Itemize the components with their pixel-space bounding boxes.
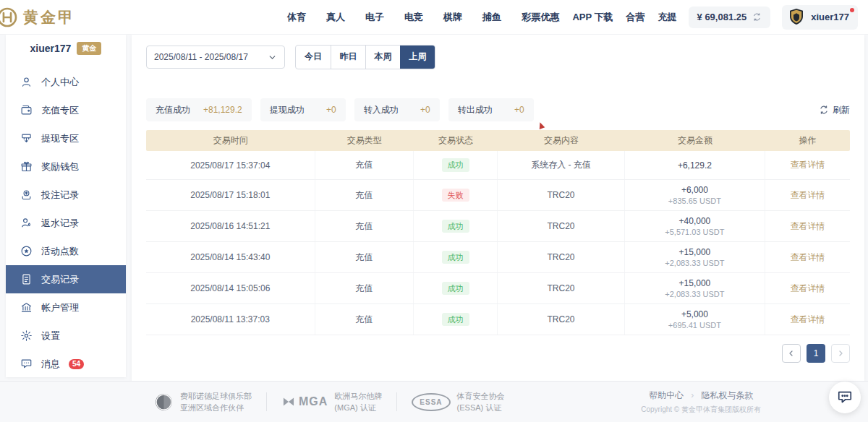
cell-time: 2025/08/14 15:05:06 — [146, 273, 315, 303]
sidebar-item-deposit-zone[interactable]: 充值专区 — [6, 96, 126, 124]
cell-type: 充值 — [315, 242, 414, 272]
column-header: 交易内容 — [498, 134, 624, 147]
cell-action: 查看详情 — [765, 273, 850, 303]
nav-item-fishing[interactable]: 捕鱼 — [482, 11, 501, 24]
sidebar: xiuer177 黄金 个人中心充值专区提现专区奖励钱包投注记录返水记录活动点数… — [6, 35, 126, 377]
nav-item-slots[interactable]: 电子 — [365, 11, 384, 24]
next-page-button[interactable] — [831, 344, 850, 363]
nav-item-card-games[interactable]: 棋牌 — [443, 11, 462, 24]
sidebar-item-label: 奖励钱包 — [41, 160, 79, 173]
stat-value: +81,129.2 — [203, 105, 242, 115]
sidebar-item-account-management[interactable]: 帐户管理 — [6, 293, 126, 322]
star-icon — [20, 245, 33, 257]
stat-label: 充值成功 — [156, 104, 190, 116]
sidebar-item-withdraw-zone[interactable]: 提现专区 — [6, 124, 126, 152]
view-details-link[interactable]: 查看详情 — [791, 314, 825, 326]
column-header: 交易时间 — [146, 134, 315, 147]
nav-item-esports[interactable]: 电竞 — [404, 11, 423, 24]
period-tabs: 今日昨日本周上周 — [295, 45, 435, 69]
amount-usdt: +835.65 USDT — [668, 197, 721, 205]
mga-logo-text: MGA — [299, 393, 328, 410]
document-icon — [20, 273, 33, 285]
amount-value: +15,000 — [679, 278, 711, 288]
cert-line1: 体育安全协会 — [457, 390, 505, 402]
cell-type: 充值 — [315, 211, 414, 241]
cert-mga: MGA欧洲马尔他牌(MGA) 认证 — [281, 390, 382, 414]
cert-essa: ESSA体育安全协会(ESSA) 认证 — [412, 390, 504, 414]
tab-last-week[interactable]: 上周 — [400, 46, 435, 69]
chevron-right-icon — [836, 349, 845, 358]
date-range-picker[interactable]: 2025/08/11 - 2025/08/17 — [146, 46, 285, 69]
filter-row: 2025/08/11 - 2025/08/17 今日昨日本周上周 — [146, 45, 850, 69]
withdraw-icon — [20, 132, 33, 145]
sidebar-item-settings[interactable]: 设置 — [6, 322, 126, 350]
cell-action: 查看详情 — [765, 151, 850, 179]
footer-right: 帮助中心›隐私权与条款 Copyright © 黄金甲体育集团版权所有 — [641, 389, 761, 415]
nav-item-live-casino[interactable]: 真人 — [326, 11, 345, 24]
cell-time: 2025/08/16 14:51:21 — [146, 211, 315, 241]
nav-item-lottery[interactable]: 彩票 — [522, 11, 540, 24]
refresh-button[interactable]: 刷新 — [819, 104, 850, 116]
user-menu[interactable]: xiuer177 — [782, 5, 858, 30]
quick-link-app-download[interactable]: APP 下载 — [572, 11, 613, 24]
stat-withdraw-success: 提现成功+0 — [260, 98, 346, 121]
cell-content: TRC20 — [498, 180, 624, 210]
table-row: 2025/08/14 15:05:06充值成功TRC20+15,000+2,08… — [146, 273, 850, 304]
cert-line2: 亚洲区域合作伙伴 — [180, 402, 252, 414]
tab-yesterday[interactable]: 昨日 — [331, 46, 365, 69]
sidebar-item-label: 提现专区 — [41, 132, 79, 145]
cert-line1: 欧洲马尔他牌 — [334, 390, 382, 402]
current-page-button[interactable]: 1 — [807, 344, 825, 363]
divider — [396, 392, 397, 411]
tab-this-week[interactable]: 本周 — [365, 46, 400, 69]
customer-service-button[interactable] — [829, 382, 861, 413]
cert-line2: (MGA) 认证 — [334, 402, 382, 414]
cell-action: 查看详情 — [765, 242, 850, 272]
tab-today[interactable]: 今日 — [296, 46, 331, 69]
quick-link-deposit-withdraw[interactable]: 充提 — [658, 11, 677, 24]
sidebar-item-bet-records[interactable]: 投注记录 — [6, 181, 126, 209]
cert-line2: (ESSA) 认证 — [457, 402, 505, 414]
stat-label: 提现成功 — [270, 104, 305, 116]
sidebar-item-personal-center[interactable]: 个人中心 — [6, 68, 126, 96]
sidebar-item-messages[interactable]: 消息54 — [6, 350, 126, 378]
quick-link-promotions[interactable]: 优惠 — [540, 11, 559, 24]
certifications: 费耶诺德足球俱乐部亚洲区域合作伙伴MGA欧洲马尔他牌(MGA) 认证ESSA体育… — [154, 390, 505, 414]
quick-link-partnership[interactable]: 合营 — [626, 11, 645, 24]
essa-logo-icon: ESSA — [412, 393, 450, 411]
view-details-link[interactable]: 查看详情 — [791, 159, 825, 171]
cert-line1: 费耶诺德足球俱乐部 — [180, 390, 252, 402]
balance-pill[interactable]: ¥ 69,081.25 — [689, 7, 771, 28]
amount-value: +40,000 — [679, 216, 711, 226]
topbar-right: 优惠APP 下载合营充提 ¥ 69,081.25 xiuer177 — [540, 5, 858, 30]
sidebar-item-label: 充值专区 — [41, 104, 79, 117]
cell-action: 查看详情 — [765, 211, 850, 241]
refresh-balance-icon[interactable] — [752, 12, 762, 22]
stat-transfer-out-success: 转出成功+0 — [448, 98, 534, 121]
view-details-link[interactable]: 查看详情 — [791, 220, 825, 233]
view-details-link[interactable]: 查看详情 — [791, 189, 825, 202]
footer-link-privacy-terms[interactable]: 隐私权与条款 — [701, 389, 753, 402]
stat-value: +0 — [514, 105, 524, 115]
table-row: 2025/08/11 13:37:03充值成功TRC20+5,000+695.4… — [146, 304, 850, 335]
amount-usdt: +5,571.03 USDT — [665, 228, 724, 236]
nav-item-sports[interactable]: 体育 — [287, 11, 306, 24]
view-details-link[interactable]: 查看详情 — [791, 283, 825, 295]
sidebar-item-rebate-records[interactable]: 返水记录 — [6, 209, 126, 237]
cell-status: 成功 — [414, 273, 498, 303]
sidebar-item-transaction-records[interactable]: 交易记录 — [6, 265, 126, 293]
prev-page-button[interactable] — [782, 344, 801, 363]
table-row: 2025/08/16 14:51:21充值成功TRC20+40,000+5,57… — [146, 211, 850, 242]
gear-icon — [20, 330, 33, 342]
sidebar-item-label: 投注记录 — [41, 189, 79, 202]
sidebar-item-activity-points[interactable]: 活动点数 — [6, 237, 126, 265]
user-avatar-shield-icon — [788, 8, 805, 27]
sidebar-item-reward-wallet[interactable]: 奖励钱包 — [6, 152, 126, 181]
rebate-icon — [20, 217, 33, 229]
footer-link-help-center[interactable]: 帮助中心 — [649, 389, 684, 402]
brand-logo[interactable]: 黄金甲 — [0, 6, 75, 29]
divider — [266, 392, 267, 411]
view-details-link[interactable]: 查看详情 — [791, 251, 825, 264]
sidebar-username: xiuer177 — [30, 43, 72, 54]
sidebar-item-label: 返水记录 — [41, 217, 79, 230]
